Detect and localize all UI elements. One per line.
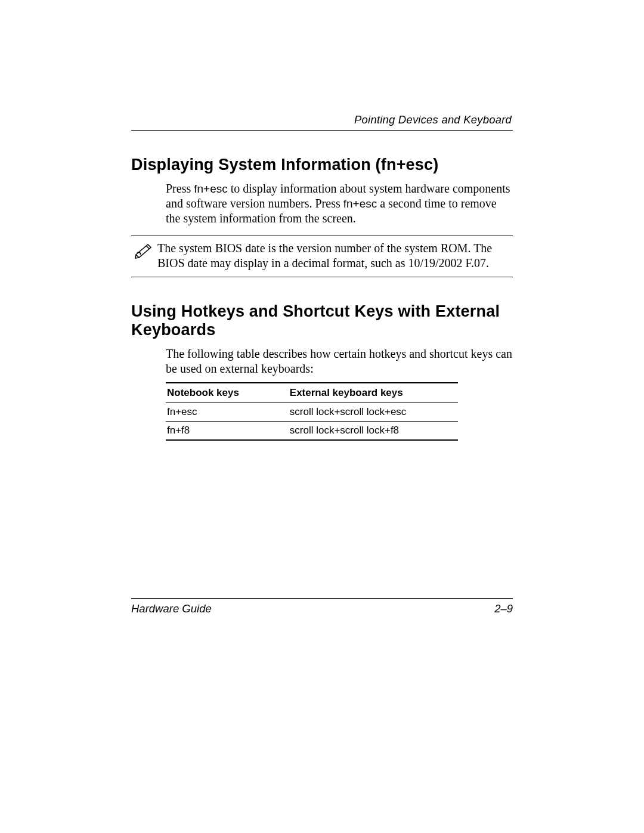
section1-body: Press fn+esc to display information abou… xyxy=(166,181,513,226)
page: Pointing Devices and Keyboard Displaying… xyxy=(0,0,644,833)
heading-displaying-system-information: Displaying System Information (fn+esc) xyxy=(131,156,513,174)
footer-page-number: 2–9 xyxy=(494,602,513,615)
section2-intro: The following table describes how certai… xyxy=(166,346,513,376)
col-notebook-keys: Notebook keys xyxy=(166,383,289,403)
table-row: fn+f8 scroll lock+scroll lock+f8 xyxy=(166,422,458,441)
pencil-note-icon xyxy=(134,242,154,259)
cell-notebook: fn+esc xyxy=(166,403,289,422)
footer-row: Hardware Guide 2–9 xyxy=(131,602,513,615)
footer-rule xyxy=(131,598,513,599)
key-fn-esc: fn+esc xyxy=(194,182,228,195)
col-external-keys: External keyboard keys xyxy=(289,383,458,403)
table-row: fn+esc scroll lock+scroll lock+esc xyxy=(166,403,458,422)
section2-body: The following table describes how certai… xyxy=(166,346,513,441)
cell-notebook: fn+f8 xyxy=(166,422,289,441)
key-fn-esc: fn+esc xyxy=(343,197,377,210)
section1-paragraph: Press fn+esc to display information abou… xyxy=(166,181,513,226)
hotkeys-table: Notebook keys External keyboard keys fn+… xyxy=(166,382,458,441)
running-head: Pointing Devices and Keyboard xyxy=(131,113,513,126)
footer-guide-title: Hardware Guide xyxy=(131,602,212,615)
page-footer: Hardware Guide 2–9 xyxy=(131,598,513,615)
note-block: The system BIOS date is the version numb… xyxy=(131,236,513,277)
table-header-row: Notebook keys External keyboard keys xyxy=(166,383,458,403)
header-rule xyxy=(131,130,513,131)
cell-external: scroll lock+scroll lock+esc xyxy=(289,403,458,422)
note-text: The system BIOS date is the version numb… xyxy=(157,241,513,271)
text: Press xyxy=(166,182,194,195)
note-icon xyxy=(131,241,157,259)
cell-external: scroll lock+scroll lock+f8 xyxy=(289,422,458,441)
heading-using-hotkeys-external: Using Hotkeys and Shortcut Keys with Ext… xyxy=(131,302,513,339)
